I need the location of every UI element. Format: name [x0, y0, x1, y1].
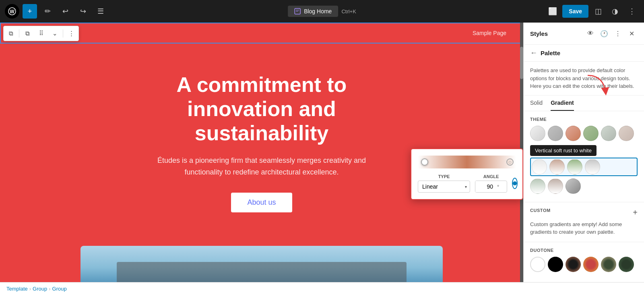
theme-section: THEME Vertical soft rust to white: [524, 111, 644, 202]
toggle-sidebar-button[interactable]: ◫: [591, 4, 605, 19]
swatch-tooltip: Vertical soft rust to white: [530, 145, 597, 156]
duplicate-icon: ⧉: [25, 30, 30, 37]
pen-button[interactable]: ✏: [40, 4, 55, 19]
hero-heading: A commitment to innovation and sustainab…: [121, 73, 402, 145]
gradient-swatch-2[interactable]: [549, 159, 565, 175]
building-image: [80, 246, 443, 282]
block-more-icon: ⋮: [68, 30, 74, 37]
swatch-3[interactable]: [566, 126, 581, 141]
breadcrumb-group-1[interactable]: Group: [33, 286, 47, 292]
styles-panel: Styles 👁 🕐 ⋮ ✕ ← Palette: [523, 23, 644, 282]
gradient-handle-left[interactable]: [421, 158, 428, 166]
angle-label: ANGLE: [475, 174, 507, 179]
styles-more-button[interactable]: ⋮: [612, 27, 624, 39]
angle-input[interactable]: [475, 181, 495, 192]
dark-mode-icon: ◑: [612, 7, 618, 16]
gradient-swatch-4[interactable]: [585, 159, 600, 175]
add-block-button[interactable]: +: [23, 4, 37, 19]
undo-button[interactable]: ↩: [58, 4, 72, 19]
duotone-swatch-3[interactable]: [566, 257, 581, 272]
breadcrumb-template[interactable]: Template: [6, 286, 28, 292]
bottom-section: [0, 242, 523, 282]
canvas-wrapper: ⧉ ⧉ ⠿ ⌄ ⋮ ning-bb7c24.instawp.xyz Sample…: [0, 23, 523, 282]
more-options-button[interactable]: ⋮: [625, 4, 639, 19]
close-icon: ✕: [629, 30, 634, 37]
plus-icon: +: [28, 7, 32, 16]
breadcrumb-sep-1: ›: [29, 286, 31, 292]
swatch-6[interactable]: [619, 126, 634, 141]
duotone-swatch-6[interactable]: [619, 257, 634, 272]
center-toolbar: Blog Home Ctrl+K: [288, 6, 356, 17]
gradient-swatch-5[interactable]: [530, 179, 545, 194]
toggle-icon: ◫: [595, 7, 602, 16]
undo-icon: ↩: [62, 7, 68, 16]
wp-logo-icon[interactable]: W: [5, 4, 19, 19]
list-icon: ☰: [97, 7, 104, 16]
hero-section: A commitment to innovation and sustainab…: [0, 44, 523, 242]
theme-swatches-row2-highlighted: [530, 158, 638, 176]
close-button[interactable]: ✕: [625, 27, 638, 39]
gradient-circle-button[interactable]: [512, 178, 518, 189]
view-button[interactable]: ⬜: [545, 4, 560, 19]
custom-label: CUSTOM: [530, 208, 551, 213]
duotone-swatches: [530, 257, 638, 272]
duotone-label: DUOTONE: [530, 248, 638, 253]
list-view-button[interactable]: ☰: [93, 4, 108, 19]
type-select[interactable]: Linear Radial: [418, 181, 470, 193]
duotone-swatch-1[interactable]: [530, 257, 545, 272]
duotone-swatch-2[interactable]: [548, 257, 563, 272]
save-button[interactable]: Save: [562, 5, 588, 18]
gradient-swatch-7[interactable]: [566, 179, 581, 194]
view-icon: ⬜: [548, 7, 557, 16]
breadcrumb-bar: Template › Group › Group: [0, 282, 644, 295]
duotone-section: DUOTONE: [524, 242, 644, 281]
gradient-preview-bar[interactable]: ○: [418, 156, 516, 168]
swatch-5[interactable]: [601, 126, 616, 141]
type-label: TYPE: [418, 174, 470, 179]
block-copy-button[interactable]: ⧉: [4, 27, 17, 40]
breadcrumb-group-2[interactable]: Group: [52, 286, 67, 292]
styles-header-actions: 👁 🕐 ⋮ ✕: [584, 27, 638, 39]
tab-gradient[interactable]: Gradient: [551, 96, 574, 111]
redo-button[interactable]: ↪: [76, 4, 90, 19]
gradient-swatch-3[interactable]: [567, 159, 582, 175]
hero-subtext: Études is a pioneering firm that seamles…: [145, 155, 378, 178]
back-button[interactable]: ←: [530, 49, 537, 57]
add-custom-gradient-button[interactable]: +: [633, 208, 638, 217]
about-us-button[interactable]: About us: [231, 193, 292, 212]
gradient-swatch-6[interactable]: [548, 179, 563, 194]
angle-input-wrapper: °: [475, 181, 507, 193]
gradient-handle-right[interactable]: ○: [506, 158, 514, 166]
eye-button[interactable]: 👁: [584, 27, 597, 39]
doc-title-label: Blog Home: [304, 8, 332, 15]
sample-page-link[interactable]: Sample Page: [473, 30, 506, 36]
theme-swatches-row3: [530, 179, 638, 194]
degree-unit: °: [495, 184, 501, 190]
block-duplicate-button[interactable]: ⧉: [21, 27, 34, 40]
keyboard-shortcut: Ctrl+K: [341, 8, 356, 15]
swatch-1[interactable]: [530, 126, 545, 141]
move-icon: ⌄: [52, 30, 58, 37]
scrollbar-thumb[interactable]: [520, 47, 523, 79]
duotone-swatch-4[interactable]: [583, 257, 599, 272]
block-more-button[interactable]: ⋮: [65, 27, 78, 40]
duotone-swatch-5[interactable]: [601, 257, 616, 272]
gradient-picker-popup: ○ TYPE Linear Radial ▾: [411, 148, 523, 200]
angle-control: ANGLE °: [475, 174, 507, 193]
block-move-button[interactable]: ⌄: [48, 27, 61, 40]
dark-mode-button[interactable]: ◑: [608, 4, 622, 19]
swatch-4[interactable]: [583, 126, 599, 141]
type-control: TYPE Linear Radial ▾: [418, 174, 470, 193]
styles-more-icon: ⋮: [615, 30, 621, 37]
tab-solid[interactable]: Solid: [530, 96, 543, 111]
gradient-controls: TYPE Linear Radial ▾ ANGLE: [418, 174, 516, 193]
gradient-swatch-1[interactable]: [532, 159, 547, 175]
drag-icon: ⠿: [39, 30, 43, 37]
redo-icon: ↪: [80, 7, 86, 16]
doc-title-button[interactable]: Blog Home: [288, 6, 338, 17]
custom-header: CUSTOM +: [530, 208, 638, 217]
swatch-2[interactable]: [548, 126, 563, 141]
block-drag-button[interactable]: ⠿: [35, 27, 47, 40]
theme-swatches-row1: [530, 126, 638, 141]
history-button[interactable]: 🕐: [598, 27, 610, 39]
